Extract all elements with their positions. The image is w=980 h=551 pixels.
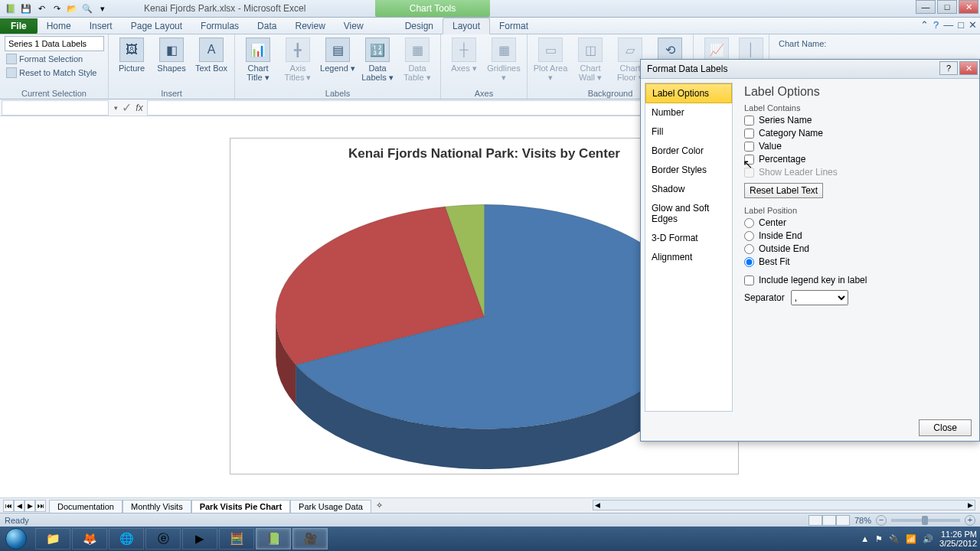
tab-layout[interactable]: Layout	[443, 18, 490, 34]
sheet-tab[interactable]: Monthly Visits	[122, 500, 191, 513]
chart-element-selector[interactable]	[5, 36, 104, 51]
dialog-nav-item[interactable]: Glow and Soft Edges	[645, 199, 732, 229]
doc-close-icon[interactable]: ✕	[969, 19, 977, 31]
media-player-icon[interactable]: ▶	[182, 528, 217, 549]
redo-icon[interactable]: ↷	[51, 2, 63, 15]
reset-match-button[interactable]: Reset to Match Style	[5, 67, 103, 79]
checkbox-value[interactable]: Value	[744, 141, 972, 152]
cancel-icon[interactable]: ✓	[121, 100, 132, 115]
radio-inside-end[interactable]: Inside End	[744, 230, 972, 241]
sheet-tab[interactable]: Park Usage Data	[290, 500, 371, 513]
next-sheet-icon[interactable]: ▶	[24, 500, 35, 512]
page-break-view-icon[interactable]	[836, 515, 850, 526]
chart-title-button[interactable]: 📊Chart Title ▾	[240, 36, 276, 82]
zoom-level[interactable]: 78%	[854, 516, 871, 525]
network-icon[interactable]: 📶	[906, 534, 916, 544]
reset-label-text-button[interactable]: Reset Label Text	[744, 183, 823, 198]
firefox-icon[interactable]: 🦊	[72, 528, 107, 549]
calculator-icon[interactable]: 🧮	[219, 528, 254, 549]
dialog-nav-item[interactable]: Alignment	[645, 248, 732, 267]
chrome-icon[interactable]: 🌐	[109, 528, 144, 549]
ie-icon[interactable]: ⓔ	[145, 528, 181, 549]
radio-best-fit[interactable]: Best Fit	[744, 256, 972, 267]
dialog-nav-item[interactable]: Shadow	[645, 180, 732, 199]
doc-minimize-icon[interactable]: —	[943, 19, 953, 31]
plot-area-button[interactable]: ▭Plot Area ▾	[532, 36, 569, 82]
volume-icon[interactable]: 🔊	[923, 534, 933, 544]
tab-page-layout[interactable]: Page Layout	[122, 18, 191, 34]
new-sheet-icon[interactable]: ✧	[371, 499, 387, 512]
excel-task-icon[interactable]: 📗	[256, 528, 291, 549]
last-sheet-icon[interactable]: ⏭	[35, 500, 46, 512]
zoom-slider[interactable]	[891, 519, 960, 522]
dialog-nav-item[interactable]: Fill	[645, 122, 732, 142]
name-box[interactable]	[2, 100, 109, 116]
open-icon[interactable]: 📂	[66, 2, 78, 15]
action-center-icon[interactable]: ⚑	[875, 534, 883, 544]
dialog-nav-item[interactable]: Border Styles	[645, 161, 732, 180]
dialog-nav-item[interactable]: 3-D Format	[645, 229, 732, 248]
dialog-nav-item[interactable]: Number	[645, 103, 732, 122]
qat-dropdown-icon[interactable]: ▾	[96, 2, 109, 15]
gridlines-button[interactable]: ▦Gridlines ▾	[485, 36, 522, 82]
radio-center[interactable]: Center	[744, 217, 972, 228]
tab-format[interactable]: Format	[490, 18, 537, 34]
undo-icon[interactable]: ↶	[35, 2, 47, 15]
axes-button[interactable]: ┼Axes ▾	[446, 36, 482, 73]
tab-view[interactable]: View	[335, 18, 373, 34]
sheet-tab[interactable]: Park Visits Pie Chart	[191, 500, 290, 513]
minimize-button[interactable]: —	[916, 0, 936, 14]
checkbox-series-name[interactable]: Series Name	[744, 115, 972, 126]
data-labels-button[interactable]: 🔢Data Labels ▾	[359, 36, 396, 82]
checkbox-percentage[interactable]: Percentage ↖	[744, 154, 972, 165]
file-tab[interactable]: File	[0, 18, 38, 34]
normal-view-icon[interactable]	[808, 515, 822, 526]
zoom-out-icon[interactable]: −	[876, 515, 887, 526]
power-icon[interactable]: 🔌	[889, 534, 900, 544]
dialog-help-icon[interactable]: ?	[939, 61, 958, 75]
chart-wall-button[interactable]: ◫Chart Wall ▾	[572, 36, 609, 82]
sheet-tab[interactable]: Documentation	[49, 500, 122, 513]
fx-icon[interactable]: fx	[132, 103, 147, 113]
doc-restore-icon[interactable]: □	[958, 19, 964, 31]
separator-select[interactable]: ,	[791, 290, 848, 305]
dialog-nav-item[interactable]: Border Color	[645, 142, 732, 161]
format-selection-button[interactable]: Format Selection	[5, 53, 103, 65]
zoom-in-icon[interactable]: +	[965, 515, 975, 526]
picture-button[interactable]: 🖼Picture	[113, 36, 150, 73]
explorer-icon[interactable]: 📁	[35, 528, 70, 549]
shapes-button[interactable]: ◧Shapes	[153, 36, 190, 73]
data-table-button[interactable]: ▦Data Table ▾	[399, 36, 436, 82]
textbox-button[interactable]: AText Box	[193, 36, 230, 73]
first-sheet-icon[interactable]: ⏮	[3, 500, 14, 512]
save-icon[interactable]: 💾	[20, 2, 32, 15]
horizontal-scrollbar[interactable]: ◀ ▶	[593, 500, 975, 510]
tray-up-icon[interactable]: ▲	[861, 534, 869, 543]
dialog-nav-item[interactable]: Label Options	[645, 83, 732, 103]
start-button[interactable]	[0, 527, 32, 551]
minimize-ribbon-icon[interactable]: ⌃	[920, 19, 929, 31]
page-layout-view-icon[interactable]	[822, 515, 836, 526]
dialog-close-button[interactable]: Close	[919, 419, 972, 436]
axis-titles-button[interactable]: ╋Axis Titles ▾	[279, 36, 316, 82]
name-box-dropdown-icon[interactable]: ▾	[110, 104, 121, 112]
radio-outside-end[interactable]: Outside End	[744, 243, 972, 254]
tab-formulas[interactable]: Formulas	[191, 18, 248, 34]
prev-sheet-icon[interactable]: ◀	[14, 500, 24, 512]
print-preview-icon[interactable]: 🔍	[81, 2, 93, 15]
maximize-button[interactable]: □	[937, 0, 957, 14]
checkbox-legend-key[interactable]: Include legend key in label	[744, 275, 972, 285]
tab-insert[interactable]: Insert	[80, 18, 122, 34]
help-icon[interactable]: ?	[933, 19, 939, 31]
close-button[interactable]: ✕	[959, 0, 978, 14]
tab-data[interactable]: Data	[248, 18, 286, 34]
checkbox-category-name[interactable]: Category Name	[744, 128, 972, 139]
tab-review[interactable]: Review	[286, 18, 334, 34]
legend-button[interactable]: ▤Legend ▾	[319, 36, 356, 73]
clock[interactable]: 11:26 PM 3/25/2012	[939, 530, 977, 548]
camtasia-task-icon[interactable]: 🎥	[292, 528, 328, 549]
dialog-titlebar[interactable]: Format Data Labels ? ✕	[641, 60, 979, 79]
dialog-close-icon[interactable]: ✕	[959, 61, 978, 75]
tab-design[interactable]: Design	[396, 18, 443, 34]
tab-home[interactable]: Home	[38, 18, 80, 34]
